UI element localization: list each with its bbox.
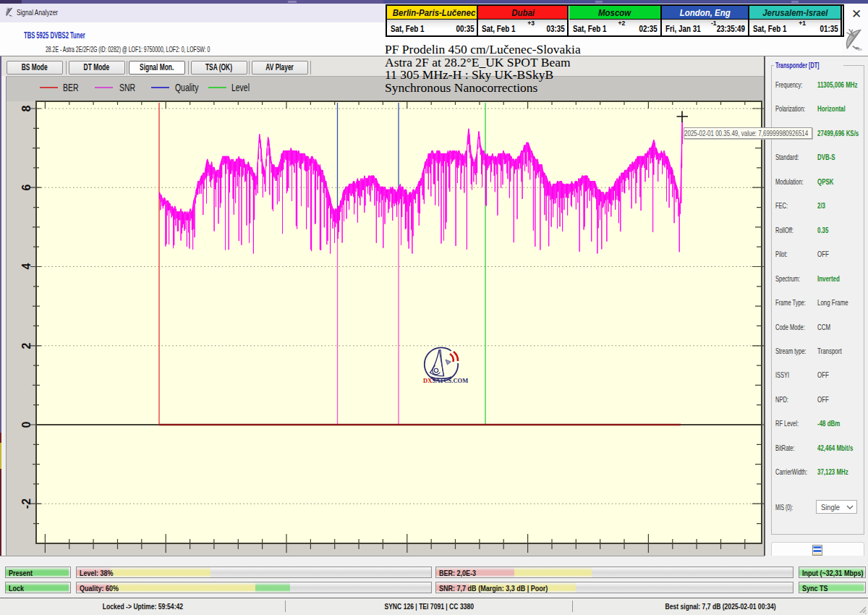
svg-text:DX: DX	[423, 377, 433, 384]
svg-text:dx: dx	[11, 15, 13, 17]
svg-text:dx: dx	[858, 47, 862, 51]
svg-text:SATCS.COM: SATCS.COM	[433, 377, 469, 384]
